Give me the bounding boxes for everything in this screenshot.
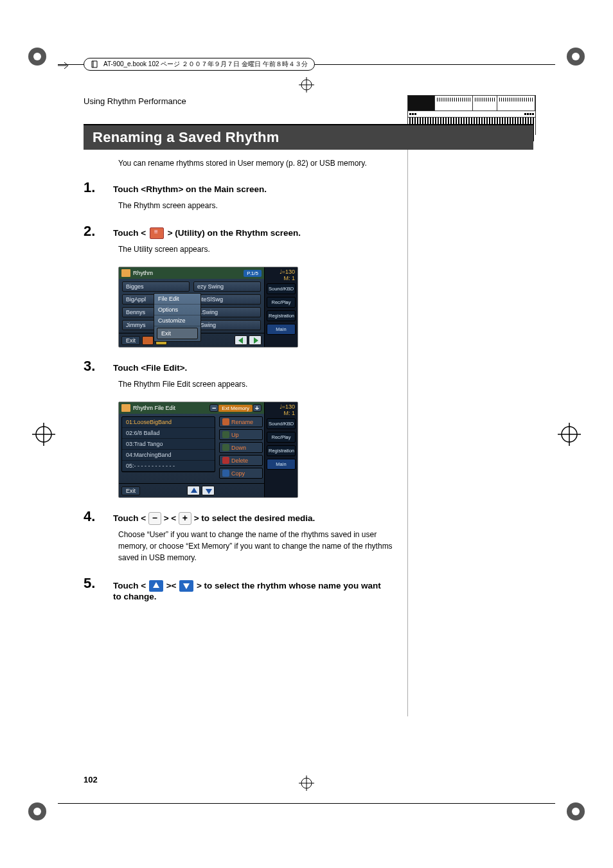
page-title: Renaming a Saved Rhythm xyxy=(84,125,533,150)
svg-point-1 xyxy=(33,53,41,60)
file-item[interactable]: 02:6/8 Ballad xyxy=(122,428,215,439)
side-rec-play[interactable]: Rec/Play xyxy=(267,432,296,443)
minus-button-icon: − xyxy=(148,512,161,525)
scroll-down-button[interactable] xyxy=(202,486,215,495)
exit-button[interactable]: Exit xyxy=(121,486,140,495)
step-body: The Rhythm screen appears. xyxy=(118,200,401,211)
step-title: Touch < − > < + > to select the desired … xyxy=(113,512,315,525)
svg-point-5 xyxy=(33,808,41,815)
file-item[interactable]: 04:MarchingBand xyxy=(122,450,215,461)
step-title: Touch < >< > to select the rhythm whose … xyxy=(113,580,383,601)
section-header: Using Rhythm Performance xyxy=(84,96,533,106)
side-registration[interactable]: Registration xyxy=(267,445,296,456)
rhythm-item[interactable]: hiteSlSwg xyxy=(193,294,261,305)
step-number: 1. xyxy=(84,179,113,196)
file-item[interactable]: 01:LooseBigBand xyxy=(122,417,215,428)
step-number: 5. xyxy=(84,575,113,592)
side-main[interactable]: Main xyxy=(267,459,296,470)
step-4: 4. Touch < − > < + > to select the desir… xyxy=(84,508,533,563)
screen-title: Rhythm xyxy=(133,270,244,276)
media-label: Ext Memory xyxy=(218,405,253,412)
step-number: 3. xyxy=(84,358,113,375)
page-indicator: P.1/5 xyxy=(244,270,262,277)
step-title-text: > < xyxy=(161,513,179,523)
menu-item-options[interactable]: Options xyxy=(154,305,200,315)
step-title-text: Touch < xyxy=(113,513,148,523)
action-down[interactable]: Down xyxy=(219,442,263,453)
action-rename[interactable]: Rename xyxy=(219,416,263,427)
triangle-down-icon xyxy=(179,580,193,592)
utility-button-icon[interactable] xyxy=(142,336,154,345)
crop-mark-icon xyxy=(26,45,49,68)
step-body: The Utility screen appears. xyxy=(118,244,401,255)
step-title-text: > to select the desired media. xyxy=(191,513,315,523)
frame-line xyxy=(58,803,555,804)
step-2: 2. Touch < > (Utility) on the Rhythm scr… xyxy=(84,223,533,255)
scroll-up-button[interactable] xyxy=(187,486,200,495)
rhythm-item[interactable]: l Swing xyxy=(193,320,261,330)
step-title-text: Touch < xyxy=(113,580,148,590)
triangle-up-icon xyxy=(149,580,163,592)
step-title: Touch <Rhythm> on the Main screen. xyxy=(113,184,267,194)
step-number: 4. xyxy=(84,508,113,525)
rhythm-item[interactable]: h.Swing xyxy=(193,307,261,317)
utility-menu: File Edit Options Customize Exit xyxy=(154,293,201,342)
screen-title: Rhythm File Edit xyxy=(133,405,209,411)
file-edit-screen-screenshot: Rhythm File Edit − Ext Memory + 01:Loose… xyxy=(118,402,298,498)
svg-point-7 xyxy=(572,808,580,815)
utility-icon xyxy=(150,227,164,239)
side-sound-kbd[interactable]: Sound/KBD xyxy=(267,418,296,429)
action-delete[interactable]: Delete xyxy=(219,455,263,466)
delete-icon xyxy=(222,457,229,464)
step-body: The Rhythm File Edit screen appears. xyxy=(118,378,401,390)
crop-mark-icon xyxy=(26,800,49,823)
arrow-right-icon xyxy=(58,61,69,73)
exit-button[interactable]: Exit xyxy=(121,336,140,345)
menu-item-exit[interactable]: Exit xyxy=(157,328,198,339)
rhythm-title-icon xyxy=(121,404,130,412)
copy-icon xyxy=(222,470,229,477)
file-list: 01:LooseBigBand 02:6/8 Ballad 03:Trad Ta… xyxy=(121,416,215,472)
rhythm-item[interactable]: Bigges xyxy=(122,281,190,292)
crop-mark-icon xyxy=(32,423,55,446)
action-up[interactable]: Up xyxy=(219,429,263,440)
file-item[interactable]: 05:- - - - - - - - - - - - xyxy=(122,461,215,472)
file-item[interactable]: 03:Trad Tango xyxy=(122,439,215,450)
side-main[interactable]: Main xyxy=(267,324,296,335)
action-copy[interactable]: Copy xyxy=(219,468,263,479)
tempo-display: ♩=130M: 1 xyxy=(265,267,298,282)
plus-button-icon: + xyxy=(179,512,191,525)
up-icon xyxy=(222,431,229,438)
next-page-button[interactable] xyxy=(249,335,262,345)
rhythm-item[interactable]: ezy Swing xyxy=(193,281,261,292)
side-registration[interactable]: Registration xyxy=(267,310,296,321)
prev-page-button[interactable] xyxy=(235,335,247,345)
step-title: Touch < > (Utility) on the Rhythm screen… xyxy=(113,227,301,239)
down-icon xyxy=(222,444,229,451)
step-body: Choose “User” if you want to change the … xyxy=(118,529,401,563)
book-header-info: AT-900_e.book 102 ページ ２００７年９月７日 金曜日 午前８時… xyxy=(84,58,315,71)
menu-item-customize[interactable]: Customize xyxy=(154,315,200,326)
side-rec-play[interactable]: Rec/Play xyxy=(267,297,296,308)
step-title: Touch <File Edit>. xyxy=(113,363,187,373)
step-title-text: > (Utility) on the Rhythm screen. xyxy=(165,228,301,238)
crop-mark-icon xyxy=(299,775,314,791)
crop-mark-icon xyxy=(558,423,581,446)
svg-point-3 xyxy=(572,53,580,60)
step-number: 2. xyxy=(84,223,113,240)
side-sound-kbd[interactable]: Sound/KBD xyxy=(267,283,296,294)
step-5: 5. Touch < >< > to select the rhythm who… xyxy=(84,575,533,601)
rhythm-screen-screenshot: Rhythm P.1/5 Bigges BigAppl Bennys Jimmy… xyxy=(118,267,298,348)
media-plus-button[interactable]: + xyxy=(253,404,262,412)
crop-mark-icon xyxy=(564,45,587,68)
book-icon xyxy=(91,60,100,69)
media-minus-button[interactable]: − xyxy=(209,404,218,412)
intro-text: You can rename rhythms stored in User me… xyxy=(118,159,533,168)
step-title-text: >< xyxy=(164,580,179,590)
pencil-icon xyxy=(222,418,229,425)
crop-mark-icon xyxy=(564,800,587,823)
crop-mark-icon xyxy=(299,77,314,93)
menu-item-file-edit[interactable]: File Edit xyxy=(154,294,200,305)
rhythm-title-icon xyxy=(121,269,130,277)
tempo-display: ♩=130M: 1 xyxy=(265,402,298,417)
